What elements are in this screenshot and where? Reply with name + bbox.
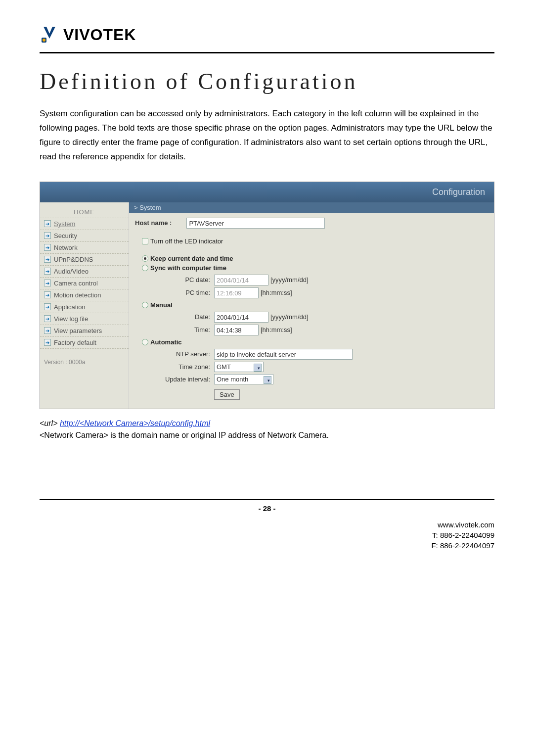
sidebar-item-label: Factory default — [54, 339, 96, 346]
pcdate-label: PC date: — [135, 276, 214, 284]
sidebar-item-system[interactable]: ➔ System — [40, 218, 129, 230]
chevron-down-icon: ▾ — [267, 378, 270, 383]
url-line: <url> http://<Network Camera>/setup/conf… — [40, 419, 494, 428]
upd-value: One month — [217, 376, 248, 383]
svg-point-1 — [43, 39, 45, 42]
sidebar-item-label: Network — [54, 244, 78, 251]
tz-value: GMT — [217, 363, 231, 371]
ntp-label: NTP server: — [135, 350, 214, 358]
sidebar-item-label: View log file — [54, 315, 88, 323]
tz-label: Time zone: — [135, 363, 214, 371]
sidebar-item-label: Application — [54, 303, 86, 311]
arrow-right-icon: ➔ — [44, 315, 51, 322]
arrow-right-icon: ➔ — [44, 244, 51, 251]
upd-label: Update interval: — [135, 376, 214, 383]
sidebar-item-label: Camera control — [54, 280, 98, 287]
sidebar-item-factorydefault[interactable]: ➔ Factory default — [40, 336, 129, 349]
header-rule — [40, 52, 494, 53]
radio-keep-current[interactable] — [142, 255, 148, 262]
panel-title: Configuration — [40, 182, 494, 202]
config-url-link[interactable]: http://<Network Camera>/setup/config.htm… — [60, 419, 210, 427]
sidebar-item-label: Audio/Video — [54, 268, 89, 275]
hostname-input[interactable]: PTAVServer — [186, 218, 325, 229]
pcdate-hint: [yyyy/mm/dd] — [270, 276, 309, 284]
mdate-label: Date: — [135, 313, 214, 321]
radio-sync-computer[interactable] — [142, 265, 148, 271]
vivotek-mark-icon — [40, 25, 59, 45]
brand-name: VIVOTEK — [63, 26, 136, 44]
sidebar-item-network[interactable]: ➔ Network — [40, 241, 129, 253]
upd-select[interactable]: One month ▾ — [214, 374, 273, 384]
sidebar-item-cameracontrol[interactable]: ➔ Camera control — [40, 277, 129, 289]
sidebar-item-label: View parameters — [54, 327, 102, 334]
tz-select[interactable]: GMT ▾ — [214, 362, 264, 372]
page-title: Definition of Configuration — [40, 68, 494, 94]
footer-tel: T: 886-2-22404099 — [40, 530, 494, 540]
pctime-input[interactable]: 12:16:09 — [214, 287, 259, 298]
sidebar-item-upnpddns[interactable]: ➔ UPnP&DDNS — [40, 253, 129, 265]
sidebar-item-application[interactable]: ➔ Application — [40, 301, 129, 313]
radio-manual[interactable] — [142, 302, 148, 308]
url-prefix: <url> — [40, 419, 60, 427]
mtime-label: Time: — [135, 326, 214, 333]
arrow-right-icon: ➔ — [44, 339, 51, 346]
footer: www.vivotek.com T: 886-2-22404099 F: 886… — [40, 520, 494, 551]
save-button[interactable]: Save — [214, 389, 240, 400]
mtime-hint: [hh:mm:ss] — [261, 326, 292, 333]
config-screenshot: Configuration HOME ➔ System ➔ Security ➔… — [40, 182, 494, 409]
sidebar-item-viewlog[interactable]: ➔ View log file — [40, 313, 129, 325]
sidebar-item-label: System — [54, 220, 75, 228]
page-number: - 28 - — [40, 504, 494, 513]
opt-manual-label: Manual — [150, 301, 173, 309]
pctime-hint: [hh:mm:ss] — [261, 289, 292, 296]
pcdate-input[interactable]: 2004/01/14 — [214, 275, 268, 285]
brand-logo: VIVOTEK — [40, 25, 494, 45]
hostname-label: Host name : — [135, 219, 186, 227]
sidebar: HOME ➔ System ➔ Security ➔ Network ➔ UPn… — [40, 202, 129, 409]
arrow-right-icon: ➔ — [44, 327, 51, 334]
url-note: <Network Camera> is the domain name or o… — [40, 431, 494, 440]
sidebar-item-label: Security — [54, 232, 77, 239]
ntp-input[interactable]: skip to invoke default server — [214, 349, 353, 360]
arrow-right-icon: ➔ — [44, 268, 51, 275]
arrow-right-icon: ➔ — [44, 303, 51, 310]
arrow-right-icon: ➔ — [44, 232, 51, 239]
led-checkbox[interactable] — [142, 238, 148, 244]
mtime-input[interactable]: 04:14:38 — [214, 325, 259, 335]
arrow-right-icon: ➔ — [44, 256, 51, 263]
config-form: > System Host name : PTAVServer Turn off… — [129, 202, 494, 409]
version-text: Version : 0000a — [40, 349, 129, 376]
sidebar-item-motiondetection[interactable]: ➔ Motion detection — [40, 289, 129, 301]
led-label: Turn off the LED indicator — [150, 237, 223, 245]
sidebar-item-label: Motion detection — [54, 291, 101, 299]
radio-automatic[interactable] — [142, 339, 148, 345]
sidebar-item-security[interactable]: ➔ Security — [40, 230, 129, 241]
footer-fax: F: 886-2-22404097 — [40, 540, 494, 551]
opt-keep-label: Keep current date and time — [150, 255, 233, 262]
mdate-hint: [yyyy/mm/dd] — [270, 313, 309, 321]
intro-paragraph: System configuration can be accessed onl… — [40, 107, 494, 164]
arrow-right-icon: ➔ — [44, 220, 51, 227]
pctime-label: PC time: — [135, 289, 214, 296]
sidebar-home[interactable]: HOME — [40, 206, 129, 218]
opt-sync-label: Sync with computer time — [150, 264, 226, 272]
breadcrumb: > System — [129, 202, 494, 213]
arrow-right-icon: ➔ — [44, 291, 51, 298]
sidebar-item-viewparams[interactable]: ➔ View parameters — [40, 325, 129, 336]
sidebar-item-audiovideo[interactable]: ➔ Audio/Video — [40, 265, 129, 277]
footer-site: www.vivotek.com — [40, 520, 494, 530]
sidebar-item-label: UPnP&DDNS — [54, 256, 93, 263]
footer-rule — [40, 499, 494, 500]
arrow-right-icon: ➔ — [44, 280, 51, 286]
opt-auto-label: Automatic — [150, 338, 182, 346]
mdate-input[interactable]: 2004/01/14 — [214, 312, 268, 323]
chevron-down-icon: ▾ — [258, 366, 260, 371]
